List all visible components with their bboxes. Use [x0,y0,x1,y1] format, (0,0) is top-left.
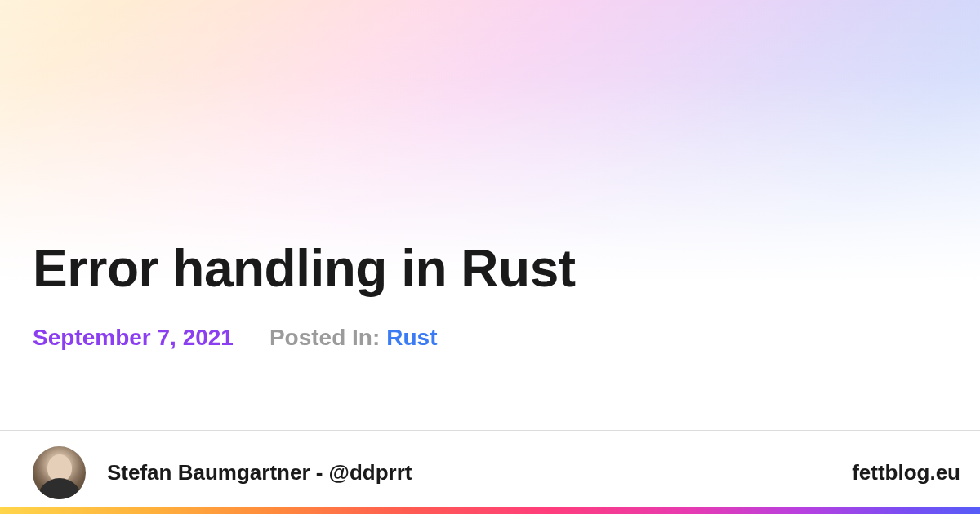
category-link[interactable]: Rust [386,325,437,351]
author-avatar [33,446,86,499]
footer: Stefan Baumgartner - @ddprrt fettblog.eu [0,430,980,514]
article-header: Error handling in Rust September 7, 2021… [33,240,947,351]
author-group: Stefan Baumgartner - @ddprrt [33,446,412,499]
rainbow-accent-bar [0,507,980,514]
posted-in-group: Posted In: Rust [270,325,438,351]
author-name: Stefan Baumgartner - @ddprrt [107,460,412,485]
article-meta: September 7, 2021 Posted In: Rust [33,325,947,351]
posted-in-label: Posted In: [270,325,380,351]
article-date: September 7, 2021 [33,325,234,351]
site-name[interactable]: fettblog.eu [852,460,960,485]
article-title: Error handling in Rust [33,240,947,297]
